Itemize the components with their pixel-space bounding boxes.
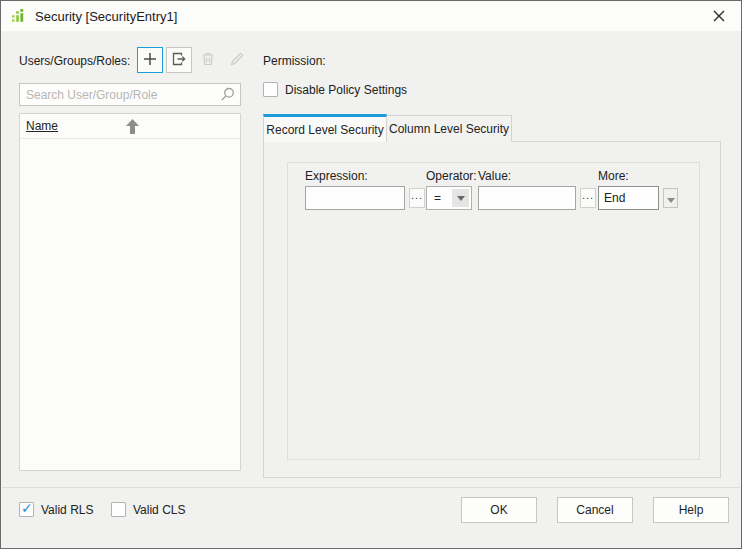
search-box	[19, 83, 241, 106]
more-field[interactable]	[598, 186, 659, 210]
sort-ascending-icon[interactable]	[126, 119, 139, 138]
tab-bar: Record Level Security Column Level Secur…	[263, 114, 512, 142]
operator-chevron-down-icon	[452, 189, 469, 207]
disable-policy-checkbox-box[interactable]	[263, 82, 278, 97]
app-logo-icon	[11, 8, 27, 24]
window-title: Security [SecurityEntry1]	[35, 9, 177, 24]
name-column-header[interactable]: Name	[26, 119, 58, 133]
ok-button[interactable]: OK	[461, 497, 537, 523]
disable-policy-checkbox[interactable]: Disable Policy Settings	[263, 82, 407, 97]
more-dropdown-button[interactable]	[663, 188, 678, 208]
operator-label: Operator:	[426, 169, 477, 183]
help-button[interactable]: Help	[653, 497, 729, 523]
record-level-security-panel: Expression: ... Operator: = Value: ... M…	[263, 141, 721, 478]
security-dialog: Security [SecurityEntry1] Users/Groups/R…	[0, 0, 742, 549]
pencil-icon	[229, 51, 245, 70]
disable-policy-label: Disable Policy Settings	[285, 83, 407, 97]
edit-user-button[interactable]	[224, 47, 250, 73]
more-chevron-down-icon	[667, 191, 675, 206]
search-icon	[218, 87, 236, 103]
list-header: Name	[20, 114, 240, 139]
import-icon	[171, 51, 187, 70]
search-input[interactable]	[20, 88, 218, 102]
expression-browse-button[interactable]: ...	[409, 188, 425, 208]
close-icon[interactable]	[703, 3, 735, 29]
delete-user-button[interactable]	[195, 47, 221, 73]
valid-rls-checkbox[interactable]: Valid RLS	[19, 502, 93, 517]
users-list-body[interactable]	[20, 139, 240, 470]
valid-cls-checkbox[interactable]: Valid CLS	[111, 502, 185, 517]
trash-icon	[200, 51, 216, 70]
rls-condition-group: Expression: ... Operator: = Value: ... M…	[287, 162, 700, 460]
cancel-button[interactable]: Cancel	[557, 497, 633, 523]
import-user-button[interactable]	[166, 47, 192, 73]
operator-dropdown[interactable]: =	[426, 186, 472, 210]
tab-record-level-security[interactable]: Record Level Security	[263, 114, 387, 142]
value-browse-button[interactable]: ...	[580, 188, 596, 208]
users-groups-roles-label: Users/Groups/Roles:	[19, 54, 130, 68]
add-user-button[interactable]	[137, 47, 163, 73]
permission-label: Permission:	[263, 54, 326, 68]
users-list-panel[interactable]: Name	[19, 113, 241, 471]
plus-icon	[142, 51, 158, 70]
expression-label: Expression:	[305, 169, 368, 183]
valid-rls-label: Valid RLS	[41, 503, 93, 517]
titlebar: Security [SecurityEntry1]	[1, 1, 741, 31]
expression-input[interactable]	[305, 186, 405, 210]
valid-cls-checkbox-box[interactable]	[111, 502, 126, 517]
valid-rls-checkbox-box[interactable]	[19, 502, 34, 517]
users-toolbar	[137, 47, 250, 73]
more-label: More:	[598, 169, 629, 183]
tab-column-level-security[interactable]: Column Level Security	[387, 115, 512, 142]
value-label: Value:	[478, 169, 511, 183]
dialog-button-row: OK Cancel Help	[461, 497, 729, 523]
valid-cls-label: Valid CLS	[133, 503, 185, 517]
footer-divider	[2, 487, 740, 488]
operator-value: =	[434, 191, 441, 205]
value-input[interactable]	[478, 186, 576, 210]
